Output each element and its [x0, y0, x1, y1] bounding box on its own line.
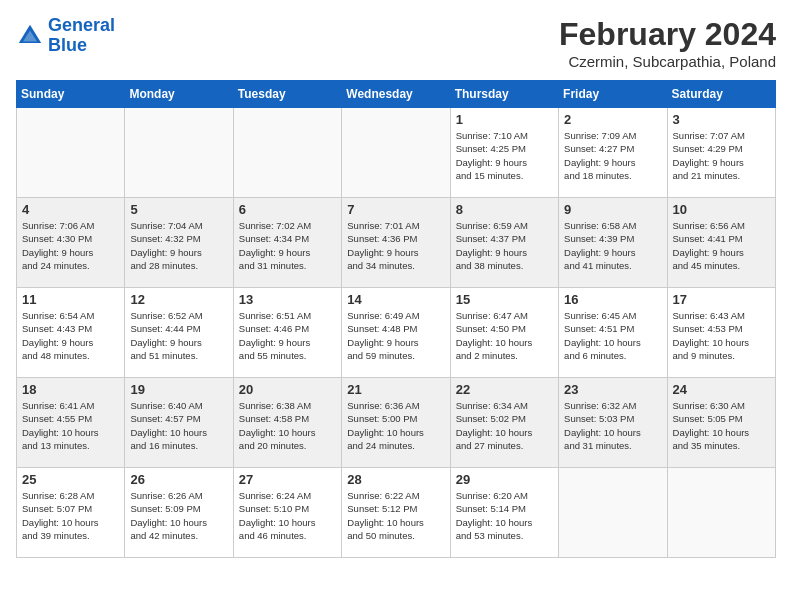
calendar-cell: 16Sunrise: 6:45 AM Sunset: 4:51 PM Dayli… [559, 288, 667, 378]
day-number: 7 [347, 202, 444, 217]
day-number: 18 [22, 382, 119, 397]
day-number: 3 [673, 112, 770, 127]
logo-text-line2: Blue [48, 36, 115, 56]
weekday-header-monday: Monday [125, 81, 233, 108]
week-row-1: 1Sunrise: 7:10 AM Sunset: 4:25 PM Daylig… [17, 108, 776, 198]
day-number: 15 [456, 292, 553, 307]
day-number: 23 [564, 382, 661, 397]
day-info: Sunrise: 7:04 AM Sunset: 4:32 PM Dayligh… [130, 219, 227, 272]
calendar-cell: 22Sunrise: 6:34 AM Sunset: 5:02 PM Dayli… [450, 378, 558, 468]
calendar-cell: 9Sunrise: 6:58 AM Sunset: 4:39 PM Daylig… [559, 198, 667, 288]
calendar-cell: 13Sunrise: 6:51 AM Sunset: 4:46 PM Dayli… [233, 288, 341, 378]
calendar-cell: 7Sunrise: 7:01 AM Sunset: 4:36 PM Daylig… [342, 198, 450, 288]
day-number: 14 [347, 292, 444, 307]
day-info: Sunrise: 6:51 AM Sunset: 4:46 PM Dayligh… [239, 309, 336, 362]
calendar-cell: 29Sunrise: 6:20 AM Sunset: 5:14 PM Dayli… [450, 468, 558, 558]
day-info: Sunrise: 6:56 AM Sunset: 4:41 PM Dayligh… [673, 219, 770, 272]
day-number: 19 [130, 382, 227, 397]
calendar-cell: 2Sunrise: 7:09 AM Sunset: 4:27 PM Daylig… [559, 108, 667, 198]
calendar-cell: 26Sunrise: 6:26 AM Sunset: 5:09 PM Dayli… [125, 468, 233, 558]
logo: General Blue [16, 16, 115, 56]
day-info: Sunrise: 7:10 AM Sunset: 4:25 PM Dayligh… [456, 129, 553, 182]
day-info: Sunrise: 6:32 AM Sunset: 5:03 PM Dayligh… [564, 399, 661, 452]
week-row-3: 11Sunrise: 6:54 AM Sunset: 4:43 PM Dayli… [17, 288, 776, 378]
weekday-header-thursday: Thursday [450, 81, 558, 108]
calendar-cell: 14Sunrise: 6:49 AM Sunset: 4:48 PM Dayli… [342, 288, 450, 378]
calendar-cell: 18Sunrise: 6:41 AM Sunset: 4:55 PM Dayli… [17, 378, 125, 468]
calendar-cell: 5Sunrise: 7:04 AM Sunset: 4:32 PM Daylig… [125, 198, 233, 288]
logo-icon [16, 22, 44, 50]
calendar-cell: 4Sunrise: 7:06 AM Sunset: 4:30 PM Daylig… [17, 198, 125, 288]
day-number: 16 [564, 292, 661, 307]
calendar-cell: 23Sunrise: 6:32 AM Sunset: 5:03 PM Dayli… [559, 378, 667, 468]
day-info: Sunrise: 6:34 AM Sunset: 5:02 PM Dayligh… [456, 399, 553, 452]
calendar-cell: 3Sunrise: 7:07 AM Sunset: 4:29 PM Daylig… [667, 108, 775, 198]
day-info: Sunrise: 6:54 AM Sunset: 4:43 PM Dayligh… [22, 309, 119, 362]
calendar-cell [17, 108, 125, 198]
day-number: 12 [130, 292, 227, 307]
calendar-cell: 20Sunrise: 6:38 AM Sunset: 4:58 PM Dayli… [233, 378, 341, 468]
calendar-cell: 6Sunrise: 7:02 AM Sunset: 4:34 PM Daylig… [233, 198, 341, 288]
calendar-cell: 17Sunrise: 6:43 AM Sunset: 4:53 PM Dayli… [667, 288, 775, 378]
calendar-cell [667, 468, 775, 558]
calendar-cell: 24Sunrise: 6:30 AM Sunset: 5:05 PM Dayli… [667, 378, 775, 468]
weekday-header-saturday: Saturday [667, 81, 775, 108]
day-info: Sunrise: 6:49 AM Sunset: 4:48 PM Dayligh… [347, 309, 444, 362]
calendar-cell: 25Sunrise: 6:28 AM Sunset: 5:07 PM Dayli… [17, 468, 125, 558]
title-area: February 2024 Czermin, Subcarpathia, Pol… [559, 16, 776, 70]
week-row-4: 18Sunrise: 6:41 AM Sunset: 4:55 PM Dayli… [17, 378, 776, 468]
day-number: 2 [564, 112, 661, 127]
calendar-cell [125, 108, 233, 198]
week-row-5: 25Sunrise: 6:28 AM Sunset: 5:07 PM Dayli… [17, 468, 776, 558]
day-number: 8 [456, 202, 553, 217]
day-number: 24 [673, 382, 770, 397]
calendar-table: SundayMondayTuesdayWednesdayThursdayFrid… [16, 80, 776, 558]
day-info: Sunrise: 6:41 AM Sunset: 4:55 PM Dayligh… [22, 399, 119, 452]
day-number: 22 [456, 382, 553, 397]
calendar-cell [559, 468, 667, 558]
calendar-cell: 19Sunrise: 6:40 AM Sunset: 4:57 PM Dayli… [125, 378, 233, 468]
day-info: Sunrise: 7:01 AM Sunset: 4:36 PM Dayligh… [347, 219, 444, 272]
calendar-cell: 8Sunrise: 6:59 AM Sunset: 4:37 PM Daylig… [450, 198, 558, 288]
location-subtitle: Czermin, Subcarpathia, Poland [559, 53, 776, 70]
weekday-header-wednesday: Wednesday [342, 81, 450, 108]
day-info: Sunrise: 6:24 AM Sunset: 5:10 PM Dayligh… [239, 489, 336, 542]
page-header: General Blue February 2024 Czermin, Subc… [16, 16, 776, 70]
weekday-header-tuesday: Tuesday [233, 81, 341, 108]
day-info: Sunrise: 6:20 AM Sunset: 5:14 PM Dayligh… [456, 489, 553, 542]
weekday-header-sunday: Sunday [17, 81, 125, 108]
calendar-cell: 21Sunrise: 6:36 AM Sunset: 5:00 PM Dayli… [342, 378, 450, 468]
calendar-cell: 27Sunrise: 6:24 AM Sunset: 5:10 PM Dayli… [233, 468, 341, 558]
calendar-cell: 28Sunrise: 6:22 AM Sunset: 5:12 PM Dayli… [342, 468, 450, 558]
day-number: 9 [564, 202, 661, 217]
week-row-2: 4Sunrise: 7:06 AM Sunset: 4:30 PM Daylig… [17, 198, 776, 288]
calendar-header: SundayMondayTuesdayWednesdayThursdayFrid… [17, 81, 776, 108]
day-number: 13 [239, 292, 336, 307]
day-info: Sunrise: 6:28 AM Sunset: 5:07 PM Dayligh… [22, 489, 119, 542]
calendar-cell [342, 108, 450, 198]
month-title: February 2024 [559, 16, 776, 53]
day-number: 5 [130, 202, 227, 217]
day-number: 26 [130, 472, 227, 487]
day-info: Sunrise: 7:02 AM Sunset: 4:34 PM Dayligh… [239, 219, 336, 272]
calendar-cell: 11Sunrise: 6:54 AM Sunset: 4:43 PM Dayli… [17, 288, 125, 378]
calendar-cell [233, 108, 341, 198]
day-info: Sunrise: 6:58 AM Sunset: 4:39 PM Dayligh… [564, 219, 661, 272]
day-number: 27 [239, 472, 336, 487]
day-info: Sunrise: 6:43 AM Sunset: 4:53 PM Dayligh… [673, 309, 770, 362]
day-info: Sunrise: 7:09 AM Sunset: 4:27 PM Dayligh… [564, 129, 661, 182]
day-number: 11 [22, 292, 119, 307]
calendar-cell: 10Sunrise: 6:56 AM Sunset: 4:41 PM Dayli… [667, 198, 775, 288]
day-number: 20 [239, 382, 336, 397]
day-number: 17 [673, 292, 770, 307]
weekday-row: SundayMondayTuesdayWednesdayThursdayFrid… [17, 81, 776, 108]
day-number: 21 [347, 382, 444, 397]
calendar-cell: 15Sunrise: 6:47 AM Sunset: 4:50 PM Dayli… [450, 288, 558, 378]
day-info: Sunrise: 6:47 AM Sunset: 4:50 PM Dayligh… [456, 309, 553, 362]
calendar-cell: 1Sunrise: 7:10 AM Sunset: 4:25 PM Daylig… [450, 108, 558, 198]
day-number: 1 [456, 112, 553, 127]
calendar-cell: 12Sunrise: 6:52 AM Sunset: 4:44 PM Dayli… [125, 288, 233, 378]
day-info: Sunrise: 6:36 AM Sunset: 5:00 PM Dayligh… [347, 399, 444, 452]
day-number: 29 [456, 472, 553, 487]
day-info: Sunrise: 6:40 AM Sunset: 4:57 PM Dayligh… [130, 399, 227, 452]
